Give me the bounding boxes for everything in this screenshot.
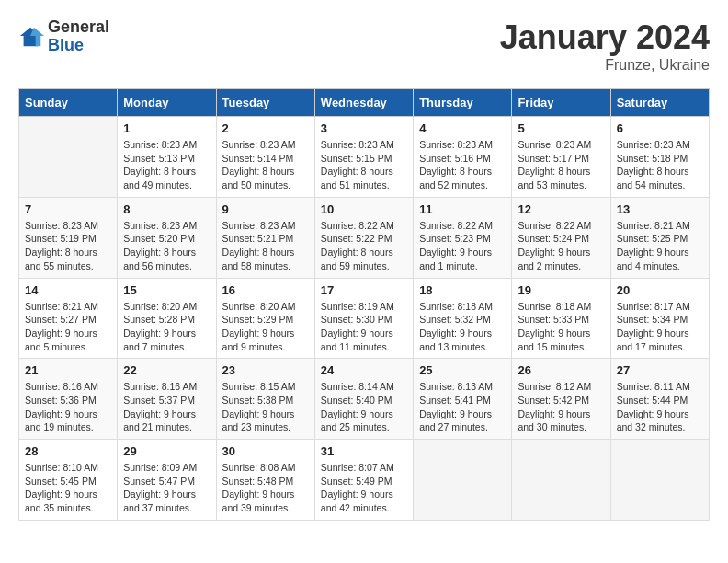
day-info: Sunrise: 8:22 AMSunset: 5:23 PMDaylight:… — [419, 219, 506, 273]
calendar-cell: 21Sunrise: 8:16 AMSunset: 5:36 PMDayligh… — [19, 359, 118, 440]
day-number: 10 — [321, 202, 407, 216]
calendar-cell — [414, 440, 512, 521]
calendar-cell: 11Sunrise: 8:22 AMSunset: 5:23 PMDayligh… — [414, 197, 512, 278]
day-info: Sunrise: 8:23 AMSunset: 5:14 PMDaylight:… — [222, 138, 309, 192]
day-info: Sunrise: 8:16 AMSunset: 5:36 PMDaylight:… — [25, 380, 111, 434]
calendar-cell: 6Sunrise: 8:23 AMSunset: 5:18 PMDaylight… — [610, 117, 709, 198]
day-number: 12 — [518, 202, 604, 216]
day-info: Sunrise: 8:23 AMSunset: 5:15 PMDaylight:… — [321, 138, 407, 192]
day-info: Sunrise: 8:22 AMSunset: 5:24 PMDaylight:… — [518, 219, 604, 273]
calendar-header-row: SundayMondayTuesdayWednesdayThursdayFrid… — [19, 89, 710, 117]
calendar-cell: 30Sunrise: 8:08 AMSunset: 5:48 PMDayligh… — [216, 440, 314, 521]
day-number: 28 — [25, 444, 111, 458]
col-header-friday: Friday — [512, 89, 610, 117]
day-number: 13 — [617, 202, 703, 216]
calendar-table: SundayMondayTuesdayWednesdayThursdayFrid… — [18, 88, 710, 521]
day-info: Sunrise: 8:19 AMSunset: 5:30 PMDaylight:… — [321, 300, 407, 354]
day-number: 15 — [123, 283, 210, 297]
col-header-saturday: Saturday — [610, 89, 709, 117]
day-number: 25 — [419, 363, 506, 377]
calendar-cell: 27Sunrise: 8:11 AMSunset: 5:44 PMDayligh… — [610, 359, 709, 440]
calendar-cell: 8Sunrise: 8:23 AMSunset: 5:20 PMDaylight… — [118, 197, 216, 278]
day-number: 23 — [222, 363, 309, 377]
calendar-cell: 16Sunrise: 8:20 AMSunset: 5:29 PMDayligh… — [216, 278, 314, 359]
calendar-cell — [610, 440, 709, 521]
day-number: 3 — [321, 121, 407, 135]
day-info: Sunrise: 8:08 AMSunset: 5:48 PMDaylight:… — [222, 461, 309, 515]
logo-text: General Blue — [48, 18, 109, 55]
day-info: Sunrise: 8:23 AMSunset: 5:19 PMDaylight:… — [25, 219, 111, 273]
calendar-cell — [512, 440, 610, 521]
calendar-cell: 1Sunrise: 8:23 AMSunset: 5:13 PMDaylight… — [118, 117, 216, 198]
day-number: 24 — [321, 363, 407, 377]
day-number: 14 — [25, 283, 111, 297]
day-number: 21 — [25, 363, 111, 377]
logo-blue-text: Blue — [48, 37, 109, 55]
calendar-cell: 13Sunrise: 8:21 AMSunset: 5:25 PMDayligh… — [610, 197, 709, 278]
calendar-cell: 25Sunrise: 8:13 AMSunset: 5:41 PMDayligh… — [414, 359, 512, 440]
calendar-cell: 5Sunrise: 8:23 AMSunset: 5:17 PMDaylight… — [512, 117, 610, 198]
calendar-week-row: 14Sunrise: 8:21 AMSunset: 5:27 PMDayligh… — [19, 278, 710, 359]
calendar-week-row: 1Sunrise: 8:23 AMSunset: 5:13 PMDaylight… — [19, 117, 710, 198]
calendar-cell: 28Sunrise: 8:10 AMSunset: 5:45 PMDayligh… — [19, 440, 118, 521]
col-header-tuesday: Tuesday — [216, 89, 314, 117]
day-info: Sunrise: 8:18 AMSunset: 5:32 PMDaylight:… — [419, 300, 506, 354]
page-header: General Blue January 2024 Frunze, Ukrain… — [18, 18, 710, 74]
day-info: Sunrise: 8:13 AMSunset: 5:41 PMDaylight:… — [419, 380, 506, 434]
calendar-cell: 20Sunrise: 8:17 AMSunset: 5:34 PMDayligh… — [610, 278, 709, 359]
day-info: Sunrise: 8:17 AMSunset: 5:34 PMDaylight:… — [617, 300, 703, 354]
month-year-title: January 2024 — [500, 18, 710, 57]
day-info: Sunrise: 8:23 AMSunset: 5:21 PMDaylight:… — [222, 219, 309, 273]
calendar-cell: 12Sunrise: 8:22 AMSunset: 5:24 PMDayligh… — [512, 197, 610, 278]
day-number: 16 — [222, 283, 309, 297]
day-info: Sunrise: 8:21 AMSunset: 5:27 PMDaylight:… — [25, 300, 111, 354]
day-info: Sunrise: 8:14 AMSunset: 5:40 PMDaylight:… — [321, 380, 407, 434]
day-number: 18 — [419, 283, 506, 297]
day-info: Sunrise: 8:23 AMSunset: 5:18 PMDaylight:… — [617, 138, 703, 192]
day-number: 31 — [321, 444, 407, 458]
day-info: Sunrise: 8:22 AMSunset: 5:22 PMDaylight:… — [321, 219, 407, 273]
calendar-cell: 26Sunrise: 8:12 AMSunset: 5:42 PMDayligh… — [512, 359, 610, 440]
calendar-cell: 19Sunrise: 8:18 AMSunset: 5:33 PMDayligh… — [512, 278, 610, 359]
col-header-sunday: Sunday — [19, 89, 118, 117]
day-info: Sunrise: 8:23 AMSunset: 5:16 PMDaylight:… — [419, 138, 506, 192]
location-subtitle: Frunze, Ukraine — [500, 57, 710, 74]
day-info: Sunrise: 8:21 AMSunset: 5:25 PMDaylight:… — [617, 219, 703, 273]
col-header-monday: Monday — [118, 89, 216, 117]
day-number: 2 — [222, 121, 309, 135]
calendar-cell: 23Sunrise: 8:15 AMSunset: 5:38 PMDayligh… — [216, 359, 314, 440]
calendar-cell: 31Sunrise: 8:07 AMSunset: 5:49 PMDayligh… — [314, 440, 413, 521]
calendar-cell: 24Sunrise: 8:14 AMSunset: 5:40 PMDayligh… — [314, 359, 413, 440]
day-number: 19 — [518, 283, 604, 297]
calendar-week-row: 21Sunrise: 8:16 AMSunset: 5:36 PMDayligh… — [19, 359, 710, 440]
day-number: 29 — [123, 444, 210, 458]
day-number: 4 — [419, 121, 506, 135]
day-number: 30 — [222, 444, 309, 458]
day-info: Sunrise: 8:20 AMSunset: 5:29 PMDaylight:… — [222, 300, 309, 354]
day-number: 8 — [123, 202, 210, 216]
title-block: January 2024 Frunze, Ukraine — [500, 18, 710, 74]
day-info: Sunrise: 8:10 AMSunset: 5:45 PMDaylight:… — [25, 461, 111, 515]
day-number: 26 — [518, 363, 604, 377]
day-number: 22 — [123, 363, 210, 377]
day-info: Sunrise: 8:23 AMSunset: 5:20 PMDaylight:… — [123, 219, 210, 273]
day-info: Sunrise: 8:11 AMSunset: 5:44 PMDaylight:… — [617, 380, 703, 434]
calendar-cell: 9Sunrise: 8:23 AMSunset: 5:21 PMDaylight… — [216, 197, 314, 278]
logo-general-text: General — [48, 18, 109, 37]
calendar-week-row: 7Sunrise: 8:23 AMSunset: 5:19 PMDaylight… — [19, 197, 710, 278]
calendar-cell: 14Sunrise: 8:21 AMSunset: 5:27 PMDayligh… — [19, 278, 118, 359]
day-number: 20 — [617, 283, 703, 297]
calendar-cell: 18Sunrise: 8:18 AMSunset: 5:32 PMDayligh… — [414, 278, 512, 359]
calendar-cell: 3Sunrise: 8:23 AMSunset: 5:15 PMDaylight… — [314, 117, 413, 198]
day-number: 7 — [25, 202, 111, 216]
day-info: Sunrise: 8:18 AMSunset: 5:33 PMDaylight:… — [518, 300, 604, 354]
col-header-wednesday: Wednesday — [314, 89, 413, 117]
logo-icon — [18, 24, 44, 50]
calendar-cell: 2Sunrise: 8:23 AMSunset: 5:14 PMDaylight… — [216, 117, 314, 198]
day-number: 1 — [123, 121, 210, 135]
day-info: Sunrise: 8:23 AMSunset: 5:13 PMDaylight:… — [123, 138, 210, 192]
day-number: 27 — [617, 363, 703, 377]
calendar-cell — [19, 117, 118, 198]
day-number: 9 — [222, 202, 309, 216]
calendar-cell: 7Sunrise: 8:23 AMSunset: 5:19 PMDaylight… — [19, 197, 118, 278]
